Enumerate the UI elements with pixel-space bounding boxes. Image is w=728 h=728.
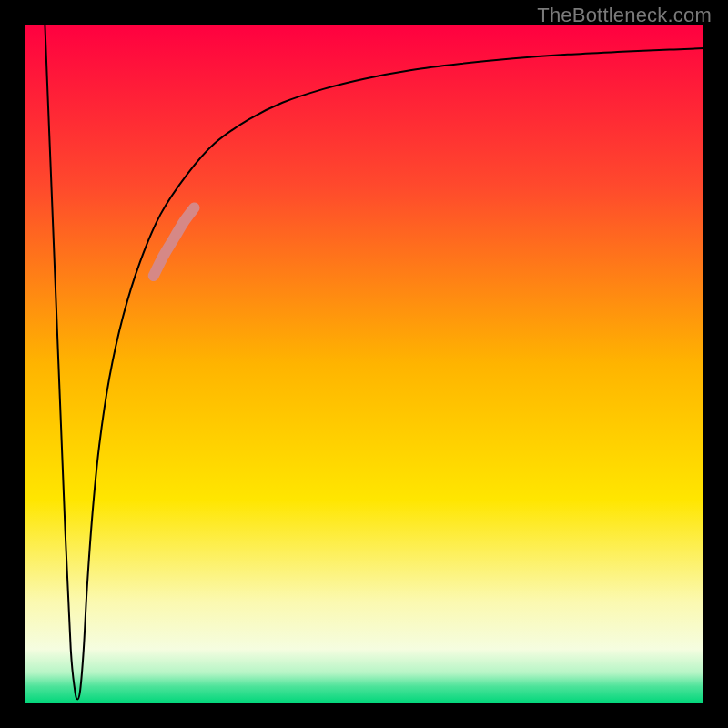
chart-stage: TheBottleneck.com [0, 0, 728, 728]
bottleneck-chart [0, 0, 728, 728]
plot-background [25, 25, 703, 703]
watermark-text: TheBottleneck.com [537, 4, 712, 27]
